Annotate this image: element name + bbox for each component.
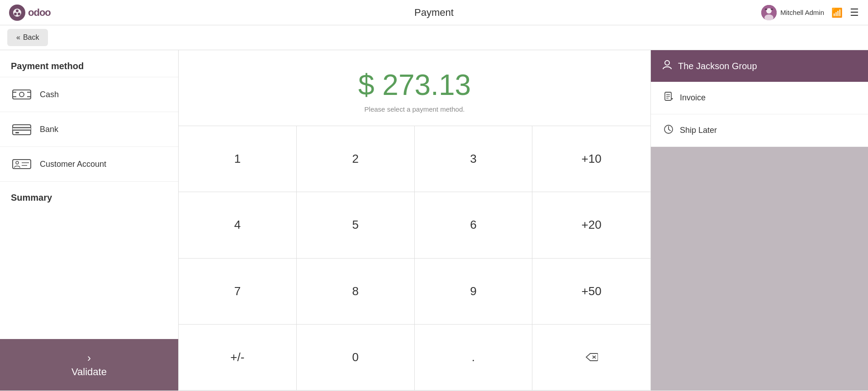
amount-hint: Please select a payment method. bbox=[190, 105, 640, 113]
customer-header: The Jackson Group bbox=[651, 50, 868, 82]
topnav: odoo Payment Mitchell Admin 📶 ☰ bbox=[0, 0, 868, 25]
main-layout: Payment method Cash bbox=[0, 50, 868, 391]
svg-point-1 bbox=[16, 9, 19, 12]
key-0[interactable]: 0 bbox=[297, 325, 415, 391]
user-info[interactable]: Mitchell Admin bbox=[761, 5, 824, 20]
svg-point-3 bbox=[18, 13, 20, 15]
key-5[interactable]: 5 bbox=[297, 192, 415, 258]
key-plus10[interactable]: +10 bbox=[532, 126, 650, 192]
key-4[interactable]: 4 bbox=[179, 192, 297, 258]
summary-section: Summary bbox=[0, 182, 178, 219]
key-9[interactable]: 9 bbox=[415, 259, 533, 325]
validate-label: Validate bbox=[71, 366, 107, 378]
invoice-icon bbox=[664, 92, 674, 104]
payment-method-customer-account[interactable]: Customer Account bbox=[0, 147, 178, 182]
svg-rect-9 bbox=[13, 90, 31, 99]
payment-method-title: Payment method bbox=[0, 50, 178, 77]
summary-title: Summary bbox=[11, 193, 167, 203]
key-7[interactable]: 7 bbox=[179, 259, 297, 325]
keypad: 1 2 3 +10 4 5 6 +20 7 8 9 +50 +/- 0 . bbox=[179, 126, 650, 391]
cash-icon bbox=[11, 86, 33, 103]
svg-rect-20 bbox=[13, 160, 31, 169]
back-row: « Back bbox=[0, 25, 868, 50]
key-6[interactable]: 6 bbox=[415, 192, 533, 258]
customer-name: The Jackson Group bbox=[678, 61, 757, 71]
right-panel: The Jackson Group Invoice bbox=[651, 50, 868, 391]
cash-label: Cash bbox=[40, 90, 59, 99]
payment-method-cash[interactable]: Cash bbox=[0, 77, 178, 112]
key-plus50[interactable]: +50 bbox=[532, 259, 650, 325]
key-dot[interactable]: . bbox=[415, 325, 533, 391]
key-3[interactable]: 3 bbox=[415, 126, 533, 192]
ship-later-icon bbox=[664, 124, 674, 137]
back-button[interactable]: « Back bbox=[7, 29, 48, 46]
topnav-left: odoo bbox=[9, 5, 51, 21]
payment-method-bank[interactable]: Bank bbox=[0, 112, 178, 147]
invoice-label: Invoice bbox=[680, 93, 706, 103]
odoo-logo-text: odoo bbox=[28, 7, 51, 19]
left-panel-content: Payment method Cash bbox=[0, 50, 178, 339]
svg-rect-19 bbox=[15, 132, 19, 133]
wifi-icon: 📶 bbox=[831, 7, 843, 18]
topnav-right: Mitchell Admin 📶 ☰ bbox=[761, 5, 859, 20]
left-panel: Payment method Cash bbox=[0, 50, 179, 391]
svg-point-21 bbox=[16, 161, 19, 164]
svg-point-2 bbox=[14, 13, 17, 15]
svg-rect-7 bbox=[765, 9, 767, 10]
avatar bbox=[761, 5, 777, 20]
user-name: Mitchell Admin bbox=[780, 9, 824, 16]
key-1[interactable]: 1 bbox=[179, 126, 297, 192]
customer-account-icon bbox=[11, 156, 33, 172]
back-label: Back bbox=[23, 33, 39, 42]
key-plus20[interactable]: +20 bbox=[532, 192, 650, 258]
bank-icon bbox=[11, 121, 33, 137]
odoo-logo: odoo bbox=[9, 5, 51, 21]
menu-icon[interactable]: ☰ bbox=[850, 7, 859, 19]
right-bottom-area bbox=[651, 147, 868, 391]
odoo-logo-icon bbox=[9, 5, 25, 21]
svg-point-26 bbox=[665, 61, 669, 65]
validate-button[interactable]: › Validate bbox=[0, 339, 178, 391]
key-backspace[interactable] bbox=[532, 325, 650, 391]
svg-rect-8 bbox=[771, 9, 773, 10]
back-arrow-icon: « bbox=[16, 33, 20, 42]
customer-header-icon bbox=[662, 59, 673, 73]
svg-point-10 bbox=[19, 92, 24, 97]
validate-arrow-icon: › bbox=[87, 352, 91, 364]
customer-account-label: Customer Account bbox=[40, 160, 106, 169]
amount-display: $ 273.13 Please select a payment method. bbox=[179, 50, 650, 126]
page-title: Payment bbox=[414, 7, 454, 19]
key-8[interactable]: 8 bbox=[297, 259, 415, 325]
ship-later-label: Ship Later bbox=[680, 126, 717, 135]
key-2[interactable]: 2 bbox=[297, 126, 415, 192]
amount-value: $ 273.13 bbox=[190, 68, 640, 102]
bank-label: Bank bbox=[40, 125, 58, 134]
ship-later-action[interactable]: Ship Later bbox=[651, 114, 868, 147]
key-plusminus[interactable]: +/- bbox=[179, 325, 297, 391]
invoice-action[interactable]: Invoice bbox=[651, 82, 868, 114]
center-panel: $ 273.13 Please select a payment method.… bbox=[179, 50, 651, 391]
